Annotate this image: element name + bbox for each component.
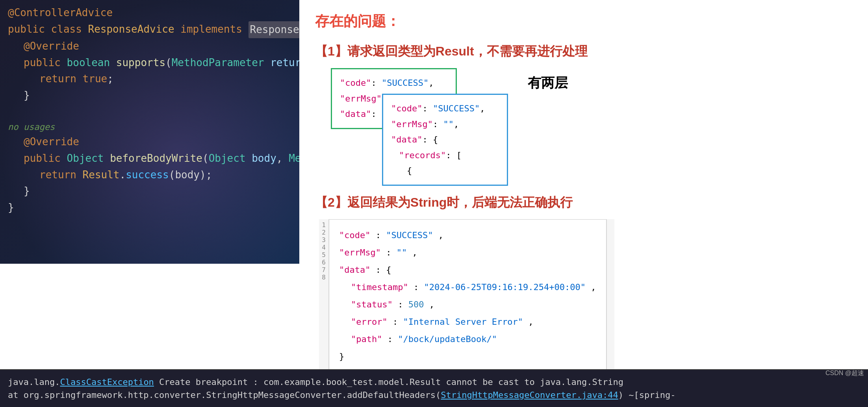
code-line: }: [0, 200, 299, 216]
code-type: Object: [67, 150, 110, 167]
error-message: : com.example.book_test.model.Result can…: [248, 377, 623, 387]
issue1-json-area: "code": "SUCCESS", "errMsg": "", "data":…: [331, 68, 852, 178]
code-keyword: class: [51, 21, 88, 39]
code-method: supports: [116, 55, 165, 71]
json-colon: :: [386, 248, 397, 257]
issue1-heading: 【1】请求返回类型为Result，不需要再进行处理: [315, 43, 852, 60]
json-val: "SUCCESS": [382, 78, 428, 88]
json-val: "": [397, 248, 407, 257]
json-key: "errMsg": [391, 119, 433, 129]
json-val: "SUCCESS": [433, 104, 480, 113]
json-key: "records": [399, 150, 446, 160]
json-val: "Internal Server Error": [403, 317, 523, 327]
json-colon: :: [376, 230, 386, 240]
json-line: "errMsg" : "" ,: [339, 244, 596, 261]
json-colon: :: [388, 334, 398, 344]
code-param: returnType: [270, 55, 299, 71]
json-colon: : {: [422, 135, 438, 144]
code-comment: no usages: [0, 120, 299, 134]
stack-link[interactable]: StringHttpMessageConverter.java:44: [441, 390, 618, 400]
code-param: body: [252, 150, 276, 167]
json-colon: :: [371, 78, 382, 88]
error-line1: java.lang.ClassCastException Create brea…: [8, 376, 860, 388]
json-comma: ,: [438, 230, 443, 240]
code-text: }: [24, 183, 30, 200]
json-val: 500: [408, 300, 424, 309]
json-comma: ,: [412, 248, 417, 257]
right-content-panel: 存在的问题： 【1】请求返回类型为Result，不需要再进行处理 "code":…: [299, 0, 868, 369]
code-keyword: true: [83, 71, 108, 87]
code-keyword: implements: [180, 21, 248, 39]
error-prefix: java.lang.: [8, 377, 60, 387]
code-classname: ResponseAdvice: [88, 21, 181, 39]
code-text: ;: [107, 71, 113, 87]
json-brace: {: [407, 166, 412, 176]
code-line: }: [0, 183, 299, 200]
json-val: "/bock/updateBook/": [398, 334, 497, 344]
json-inner-box: "code": "SUCCESS", "errMsg": "", "data":…: [382, 94, 508, 186]
code-method: success: [126, 167, 169, 183]
issue2-json-box: "code" : "SUCCESS" , "errMsg" : "" , "da…: [329, 219, 606, 369]
json-line: "status" : 500 ,: [339, 296, 596, 313]
error-line2: at org.springframework.http.converter.St…: [8, 388, 860, 401]
code-text: .: [120, 167, 126, 183]
code-text: ,: [276, 150, 289, 167]
code-line: return true ;: [0, 71, 299, 87]
json-comma: ,: [480, 104, 485, 113]
section-title: 存在的问题：: [315, 12, 852, 31]
json-line: "error" : "Internal Server Error" ,: [339, 313, 596, 331]
code-text: }: [24, 87, 30, 104]
json-line: "code" : "SUCCESS" ,: [339, 227, 596, 244]
code-annotation: @Override: [24, 134, 79, 150]
json-key: "data": [391, 135, 422, 144]
code-line: public class ResponseAdvice implements R…: [0, 21, 299, 39]
json-comma: ,: [591, 282, 596, 292]
json-val: "SUCCESS": [386, 230, 433, 240]
json-comma: ,: [454, 119, 459, 129]
code-keyword: public: [8, 21, 51, 39]
json-key: "error": [351, 317, 388, 327]
json-key: "timestamp": [351, 282, 408, 292]
json-key: "errMsg": [340, 94, 382, 104]
json-comma: ,: [528, 317, 533, 327]
code-line: @ControllerAdvice: [0, 5, 299, 21]
exception-class-link[interactable]: ClassCastException: [60, 377, 154, 387]
issue2-json-wrapper: 12345678 "code" : "SUCCESS" , "errMsg" :…: [319, 219, 852, 369]
code-type: boolean: [67, 55, 116, 71]
issue2-heading: 【2】返回结果为String时，后端无法正确执行: [315, 194, 852, 211]
code-content: @ControllerAdvice public class ResponseA…: [0, 0, 299, 220]
json-line: }: [339, 348, 596, 365]
code-annotation: @Override: [24, 38, 79, 55]
json-colon: :: [433, 119, 443, 129]
json-key: "path": [351, 334, 382, 344]
json-colon: :: [414, 282, 424, 292]
json-colon: :: [422, 104, 433, 113]
bottom-error-bar: java.lang.ClassCastException Create brea…: [0, 369, 868, 407]
code-annotation: @ControllerAdvice: [8, 5, 113, 21]
code-keyword: public: [24, 55, 67, 71]
code-type: MethodParameter: [172, 55, 270, 71]
issue2-section: 【2】返回结果为String时，后端无法正确执行 12345678 "code"…: [315, 194, 852, 369]
json-brace: }: [339, 352, 344, 361]
code-line: }: [0, 87, 299, 104]
json-inner-content: "code": "SUCCESS", "errMsg": "", "data":…: [391, 101, 499, 179]
error-stack1: at org.springframework.http.converter.St…: [8, 390, 441, 400]
json-colon: :: [393, 317, 403, 327]
code-text: (: [165, 55, 172, 71]
code-text: (: [202, 150, 209, 167]
json-line: "timestamp" : "2024-06-25T09:16:19.254+0…: [339, 279, 596, 296]
json-key: "status": [351, 300, 393, 309]
code-keyword: public: [24, 150, 67, 167]
json-val: "": [443, 119, 454, 129]
code-line: [0, 104, 299, 120]
error-breakpoint[interactable]: Create breakpoint: [154, 377, 248, 387]
line-gutter: 12345678: [319, 219, 329, 369]
json-key: "data": [339, 265, 370, 275]
code-line: @Override: [0, 134, 299, 150]
json-comma: ,: [428, 78, 434, 88]
code-keyword: return: [39, 71, 83, 87]
code-method: beforeBodyWrite: [110, 150, 202, 167]
json-colon: : {: [376, 265, 391, 275]
json-key: "code": [339, 230, 370, 240]
code-line: public boolean supports ( MethodParamete…: [0, 55, 299, 71]
